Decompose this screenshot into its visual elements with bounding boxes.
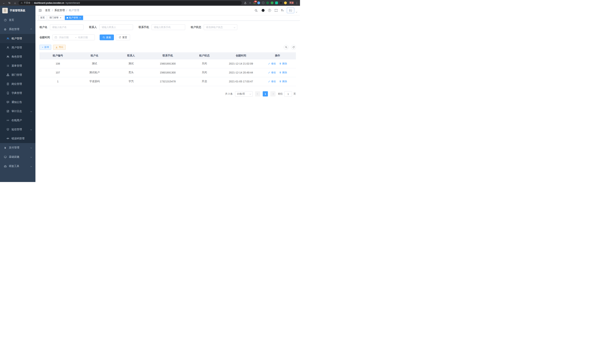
sidebar-item-error-code[interactable]: </> 错误码管理 bbox=[0, 134, 36, 143]
tab-tenant-management[interactable]: 租户管理 × bbox=[65, 16, 83, 20]
status-field: 租户状态 请选择租户状态 bbox=[191, 24, 237, 30]
col-contact: 联系人 bbox=[113, 52, 149, 59]
browser-update-button[interactable]: 更新 bbox=[289, 1, 294, 4]
page-size-select[interactable]: 10条/页 bbox=[235, 91, 253, 97]
sidebar-item-post-management[interactable]: 岗位管理 bbox=[0, 79, 36, 88]
goto-page-input[interactable] bbox=[284, 91, 292, 97]
app-logo[interactable]: 芋道管理系统 bbox=[0, 6, 36, 15]
contact-input[interactable] bbox=[99, 24, 133, 30]
delete-link[interactable]: 删除 bbox=[279, 80, 287, 83]
sidebar-item-payment[interactable]: ¥ 支付管理 bbox=[0, 143, 36, 152]
app-title: 芋道管理系统 bbox=[10, 9, 25, 12]
edit-link[interactable]: 修改 bbox=[268, 80, 276, 83]
reset-button[interactable]: 重置 bbox=[116, 35, 130, 40]
extension-green-circle-icon[interactable] bbox=[271, 1, 273, 4]
extension-green-square-icon[interactable] bbox=[275, 1, 278, 4]
create-time-field: 创建时间 开始日期 - 结束日期 bbox=[39, 35, 95, 40]
sidebar-item-system[interactable]: ⚙ 系统管理 bbox=[0, 25, 36, 34]
sidebar-item-dict-management[interactable]: 字典管理 bbox=[0, 88, 36, 98]
sidebar-item-audit-log[interactable]: 审计日志 bbox=[0, 107, 36, 116]
sidebar-item-label: 用户管理 bbox=[11, 46, 22, 49]
fullscreen-icon[interactable] bbox=[274, 9, 278, 12]
cell-tenant-name: 测试 bbox=[76, 59, 112, 68]
extension-dark-green-icon[interactable] bbox=[266, 1, 269, 4]
sidebar-item-label: 在线用户 bbox=[11, 119, 22, 122]
chevron-up-icon bbox=[30, 28, 32, 30]
sidebar-item-label: 角色管理 bbox=[11, 55, 22, 58]
extension-dark-ring-icon[interactable] bbox=[262, 1, 264, 4]
col-status: 租户状态 bbox=[186, 52, 223, 59]
sidebar-item-online-users[interactable]: 在线用户 bbox=[0, 116, 36, 125]
extension-badge: 10 bbox=[254, 0, 257, 2]
tab-dept-management[interactable]: 部门管理 × bbox=[48, 16, 64, 20]
sidebar-item-label: 首页 bbox=[9, 18, 14, 22]
user-icon bbox=[6, 46, 9, 49]
breadcrumb-home[interactable]: 首页 bbox=[45, 9, 50, 12]
insecure-warning-icon: ⚠ bbox=[21, 2, 23, 4]
page-number-button[interactable]: 1 bbox=[263, 91, 268, 96]
home-icon[interactable]: ⌂ bbox=[13, 1, 17, 5]
header-search-icon[interactable] bbox=[254, 9, 258, 12]
sidebar-item-notice[interactable]: 通知公告 bbox=[0, 98, 36, 107]
close-icon[interactable]: × bbox=[59, 17, 62, 19]
delete-link[interactable]: 删除 bbox=[279, 71, 287, 74]
sidebar-item-home[interactable]: 首页 bbox=[0, 15, 36, 25]
phone-label: 联系手机 bbox=[139, 26, 149, 29]
add-button[interactable]: + 新增 bbox=[39, 45, 51, 50]
tenant-name-input[interactable] bbox=[50, 24, 84, 30]
sidebar-item-menu-management[interactable]: 菜单管理 bbox=[0, 61, 36, 70]
share-icon[interactable] bbox=[243, 1, 247, 5]
delete-link[interactable]: 删除 bbox=[279, 62, 287, 65]
browser-menu-icon[interactable]: ⋮ bbox=[296, 1, 298, 4]
date-range-picker[interactable]: 开始日期 - 结束日期 bbox=[53, 35, 95, 40]
export-button[interactable]: 导出 bbox=[53, 45, 66, 50]
toolbox-icon bbox=[4, 165, 7, 168]
breadcrumb-system[interactable]: 系统管理 bbox=[54, 9, 65, 12]
help-icon[interactable]: ? bbox=[268, 9, 271, 12]
sidebar-item-user-management[interactable]: 用户管理 bbox=[0, 43, 36, 52]
font-size-icon[interactable]: TT bbox=[281, 9, 284, 12]
sidebar-item-dev-tools[interactable]: 研发工具 bbox=[0, 162, 36, 171]
refresh-icon-button[interactable] bbox=[291, 45, 296, 50]
toggle-search-icon-button[interactable] bbox=[284, 45, 289, 50]
url-bar[interactable]: ⚠ 不安全 | dashboard.yudao.iocoder.cn/syste… bbox=[19, 1, 242, 5]
phone-field: 联系手机 bbox=[139, 24, 185, 30]
page-size-value: 10条/页 bbox=[237, 92, 245, 95]
avatar-dropdown-icon[interactable] bbox=[296, 11, 297, 13]
tenant-status-select[interactable]: 请选择租户状态 bbox=[204, 24, 237, 30]
edit-link[interactable]: 修改 bbox=[268, 71, 276, 74]
tab-home[interactable]: 首页 bbox=[38, 16, 47, 20]
back-icon[interactable]: ← bbox=[2, 1, 6, 5]
yen-icon: ¥ bbox=[4, 146, 7, 149]
goto-unit-label: 页 bbox=[293, 92, 296, 95]
contact-field: 联系人 bbox=[89, 24, 133, 30]
sidebar-item-infrastructure[interactable]: 基础设施 bbox=[0, 152, 36, 162]
search-button[interactable]: 搜索 bbox=[100, 35, 114, 40]
avatar[interactable] bbox=[287, 8, 294, 13]
sidebar-item-dept-management[interactable]: 部门管理 bbox=[0, 70, 36, 79]
cell-tenant-id: 108 bbox=[39, 59, 76, 68]
contact-phone-input[interactable] bbox=[151, 24, 185, 30]
prev-page-button[interactable] bbox=[255, 91, 260, 96]
font-size-large-glyph: T bbox=[281, 9, 283, 12]
collapse-sidebar-icon[interactable] bbox=[38, 9, 42, 12]
browser-chrome: ← ↻ ⌂ ⚠ 不安全 | dashboard.yudao.iocoder.cn… bbox=[0, 0, 300, 6]
extension-drop-icon[interactable] bbox=[257, 1, 260, 4]
cell-tenant-name: 芋道源码 bbox=[76, 77, 112, 86]
next-page-button[interactable] bbox=[270, 91, 275, 96]
add-button-label: 新增 bbox=[44, 46, 49, 49]
github-icon[interactable] bbox=[261, 9, 265, 12]
sidebar-item-tenant-management[interactable]: 租户管理 bbox=[0, 34, 36, 43]
edit-link[interactable]: 修改 bbox=[268, 62, 276, 65]
extension-avatar-icon[interactable] bbox=[284, 1, 287, 4]
bookmark-star-icon[interactable]: ☆ bbox=[249, 1, 251, 4]
main-area: 首页 / 系统管理 / 租户管理 ? TT bbox=[36, 6, 300, 182]
sidebar-item-role-management[interactable]: 角色管理 bbox=[0, 52, 36, 61]
logo-avatar-image bbox=[2, 8, 8, 13]
extension-dots-icon[interactable]: 10 bbox=[253, 1, 256, 4]
extension-pretzel-icon[interactable] bbox=[280, 1, 282, 4]
sidebar-item-sms-management[interactable]: 短信管理 bbox=[0, 125, 36, 134]
cell-contact: 测试 bbox=[113, 59, 149, 68]
close-icon[interactable]: × bbox=[79, 17, 81, 19]
reload-icon[interactable]: ↻ bbox=[7, 1, 11, 5]
